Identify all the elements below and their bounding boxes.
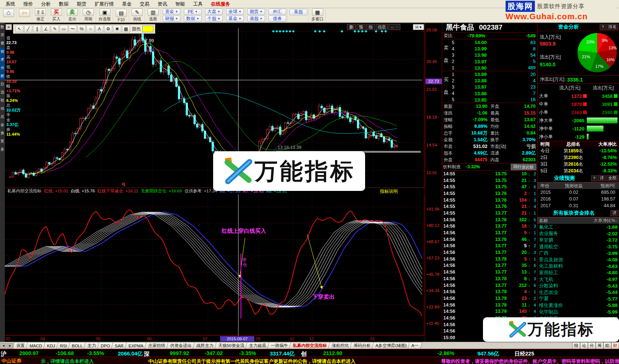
tab-EXPMA[interactable]: EXPMA — [125, 342, 148, 349]
buy-icon[interactable]: 买 — [51, 9, 62, 16]
draw-pencil-icon[interactable]: ✎ — [132, 9, 143, 16]
close-icon[interactable]: ✕ — [6, 24, 12, 30]
home-icon[interactable]: ⌂ — [3, 9, 14, 17]
toolbar-button-基金[interactable]: 基金▼ — [226, 16, 244, 22]
sector-row-广西[interactable]: 广西-3.99 — [537, 250, 619, 257]
forecast-button-详[interactable]: 详 — [598, 175, 606, 181]
side-strip-item-自[interactable]: 自 — [0, 80, 5, 88]
parallel-lines-tool-icon[interactable]: ∥ — [33, 25, 41, 33]
f10-doc-icon[interactable]: ▤ — [116, 9, 127, 17]
tab-MACD[interactable]: MACD — [26, 342, 46, 349]
toolbar-button-港股[interactable]: 港股▼ — [247, 16, 265, 22]
menu-item-系统[interactable]: 系统 — [1, 1, 19, 7]
tab-论[interactable]: 论 — [580, 342, 588, 349]
industry-compare-button[interactable]: 同行业比较 — [511, 164, 536, 170]
toolbar-button-外汇[interactable]: 外汇 — [268, 9, 286, 15]
tab-仿资金进出[interactable]: 仿资金进出 — [166, 342, 195, 349]
menu-item-报价[interactable]: 报价 — [19, 1, 37, 7]
menu-item-扩展行情[interactable]: 扩展行情 — [90, 1, 118, 7]
tab-财[interactable]: 财 — [611, 342, 619, 349]
side-strip-item-析[interactable]: 析 — [0, 72, 5, 80]
percent-tool-icon[interactable]: % — [77, 25, 86, 33]
settings-gear-icon[interactable]: ⚙ — [104, 25, 112, 33]
side-strip-item-动[interactable]: 动 — [0, 105, 5, 113]
chart-button-删[interactable]: 删 — [347, 24, 356, 30]
side-strip-item-更[interactable]: 更 — [0, 137, 5, 145]
tab-一路疯牛[interactable]: 一路疯牛 — [267, 342, 292, 349]
sell-icon[interactable]: 卖 — [67, 9, 78, 16]
queue-row[interactable]: 313.8723 — [442, 84, 537, 90]
side-strip-item-总[interactable]: 总 — [0, 113, 5, 121]
stock-pick-icon[interactable]: ▥ — [148, 9, 159, 16]
help-button[interactable]: ? — [600, 24, 606, 30]
back-icon[interactable]: ⇦ — [19, 9, 30, 17]
ticker-bar[interactable]: 中山证券 示，详情请点击本栏进入中山证券有限责任公司关于提示持有第一代居民身份证… — [0, 357, 619, 364]
queue-row[interactable]: 113.8920 — [442, 71, 537, 77]
sectors-detail-button[interactable]: 详 — [610, 210, 618, 216]
toolbar-button-数据[interactable]: 数据▼ — [184, 16, 202, 22]
forecast-button-全部[interactable]: 全部 — [606, 175, 618, 181]
correct-arrows-icon[interactable]: ⇧⇩ — [35, 9, 46, 16]
delete-tool-icon[interactable]: ✖ — [113, 25, 121, 33]
indicator-help-link[interactable]: 指标说明 — [379, 188, 398, 195]
toolbar-button-个股[interactable]: 个股▼ — [205, 16, 223, 22]
menu-item-online-service[interactable]: 在线服务 — [207, 1, 234, 7]
sector-row-家用轻工[interactable]: 家用轻工-4.80 — [537, 269, 619, 276]
tick-list[interactable]: 14:5513.7510↓214:5513.7521↓314:5513.7547… — [442, 171, 537, 341]
rect-tool-icon[interactable]: ▭ — [60, 25, 68, 33]
period-dropdown[interactable]: H ▾ — [413, 24, 424, 30]
menu-item-期货[interactable]: 期货 — [73, 1, 90, 7]
side-strip-item-开[interactable]: 开 — [0, 31, 5, 39]
chart-button-信息[interactable]: 信息 — [376, 24, 388, 30]
layout-dropdown[interactable]: ⇔▼ — [388, 24, 400, 30]
sector-row-通用航空[interactable]: 通用航空-3.75 — [537, 244, 619, 250]
tabs-scroll-left-icon[interactable]: ◀ — [0, 343, 6, 348]
period-clock-icon[interactable]: ◷ — [83, 9, 94, 16]
sector-row-氟化工[interactable]: 氟化工-1.68 — [537, 224, 619, 231]
queue-row[interactable]: 313.9854 — [442, 52, 537, 58]
menu-item-分析[interactable]: 分析 — [37, 1, 55, 7]
sort-desc-icon[interactable]: ↓ — [615, 218, 618, 223]
menu-item-智能[interactable]: 智能 — [171, 1, 189, 7]
tab-焰[interactable]: 焰 — [603, 342, 611, 349]
menu-item-基金[interactable]: 基金 — [118, 1, 136, 7]
menu-item-数据[interactable]: 数据 — [55, 1, 73, 7]
toolbar-button-大盘[interactable]: 大盘▼ — [205, 9, 223, 15]
watchlist-folder-icon[interactable]: ▣ — [99, 9, 110, 16]
sector-row-宁夏[interactable]: 宁夏-5.77 — [537, 296, 619, 302]
side-strip-item-联[interactable]: 联 — [0, 96, 5, 105]
forecast-button-?[interactable]: ? — [591, 175, 597, 181]
tab-细[interactable]: 细 — [572, 342, 580, 349]
tab-涨前挖坑[interactable]: 涨前挖坑 — [328, 342, 352, 349]
tab-筹码分析[interactable]: 筹码分析 — [350, 342, 374, 349]
queue-row[interactable]: 213.884 — [442, 77, 537, 84]
sector-row-生态农业[interactable]: 生态农业-5.44 — [537, 289, 619, 296]
queue-row[interactable]: 513.8516 — [442, 97, 537, 103]
chart-button-指[interactable]: 指 — [366, 24, 375, 30]
trendline-tool-icon[interactable]: ╱ — [24, 25, 32, 33]
queue-row[interactable]: 514.0063 — [442, 39, 537, 46]
tab-筹[interactable]: 筹 — [596, 342, 603, 349]
queue-row[interactable]: 113.90489 — [442, 65, 537, 71]
side-strip-item-选[interactable]: 选 — [0, 88, 5, 96]
side-strip-item-技[interactable]: 技 — [0, 47, 5, 56]
sector-row-景点及旅游[interactable]: 景点及旅游-4.08 — [537, 257, 619, 263]
chart-button-预[interactable]: 预 — [357, 24, 365, 30]
ellipse-tool-icon[interactable]: ○ — [86, 25, 95, 33]
toolbar-button-美股[interactable]: 美股 — [289, 9, 307, 15]
industry-name[interactable]: 饮料制造 — [443, 164, 461, 170]
side-strip-item-数[interactable]: 数 — [0, 23, 5, 31]
menu-item-资讯[interactable]: 资讯 — [153, 1, 171, 7]
queue-row[interactable]: 413.867 — [442, 90, 537, 97]
menu-item-工具[interactable]: 工具 — [189, 1, 207, 7]
side-strip-item-金[interactable]: 金 — [0, 121, 5, 129]
multi-window-icon[interactable]: ▦ — [312, 9, 323, 16]
side-strip-item-最[interactable]: 最 — [0, 39, 5, 47]
menu-item-交易[interactable]: 交易 — [136, 1, 153, 7]
tab-A一[interactable]: A一 — [408, 342, 423, 349]
side-strip-item-术[interactable]: 术 — [0, 56, 5, 64]
sector-row-草甘膦[interactable]: 草甘膦-3.72 — [537, 237, 619, 244]
queue-row[interactable]: 213.975 — [442, 59, 537, 65]
wave-tool-icon[interactable]: 〜 — [69, 25, 77, 33]
tab-战胜主力[interactable]: 战胜主力 — [192, 342, 217, 349]
